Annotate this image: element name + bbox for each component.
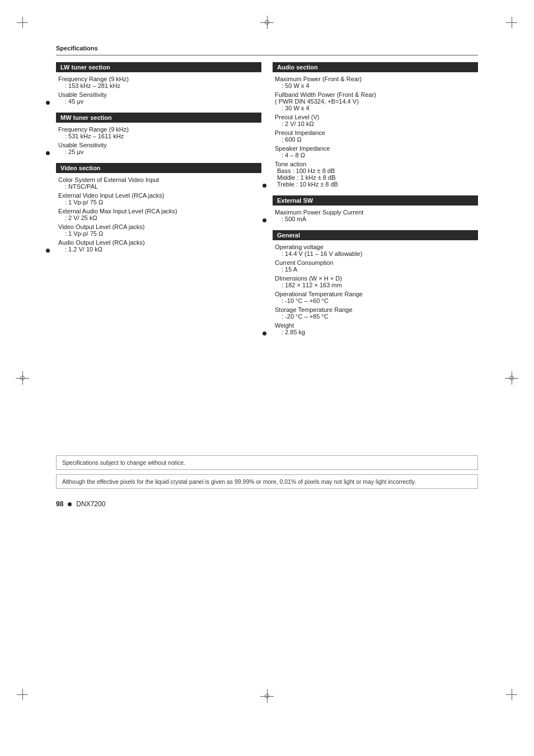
mw-usable-sensitivity: Usable Sensitivity : 25 μv	[58, 142, 259, 155]
lw-usable-sensitivity: Usable Sensitivity : 45 μv	[58, 91, 259, 105]
storage-temp-range: Storage Temperature Range : -20 °C – +85…	[275, 306, 476, 320]
footnote-2: Although the effective pixels for the li…	[56, 474, 478, 489]
audio-header: Audio section	[273, 62, 478, 72]
fullband-width-power: Fullband Width Power (Front & Rear) ( PW…	[275, 91, 476, 111]
model-name: DNX7200	[76, 500, 105, 508]
max-power: Maximum Power (Front & Rear) : 50 W x 4	[275, 76, 476, 89]
audio-bullet	[263, 184, 266, 188]
lw-tuner-section: LW tuner section Frequency Range (9 kHz)…	[56, 62, 261, 105]
general-bullet	[263, 332, 266, 335]
current-consumption: Current Consumption : 15 A	[275, 259, 476, 273]
weight: Weight : 2.85 kg	[275, 322, 476, 335]
lw-freq-range: Frequency Range (9 kHz) : 153 kHz – 281 …	[58, 76, 259, 89]
max-power-supply-current: Maximum Power Supply Current : 500 mA	[275, 209, 476, 222]
mw-tuner-header: MW tuner section	[56, 113, 261, 123]
speaker-impedance: Speaker Impedance : 4 – 8 Ω	[275, 145, 476, 158]
page-dot	[68, 502, 72, 506]
video-header: Video section	[56, 163, 261, 173]
audio-max-input-level: External Audio Max Input Level (RCA jack…	[58, 208, 259, 221]
mw-bullet	[46, 151, 50, 155]
page-footer: 98 DNX7200	[56, 500, 478, 508]
page-title: Specifications	[56, 45, 478, 55]
mw-tuner-section: MW tuner section Frequency Range (9 kHz)…	[56, 113, 261, 155]
video-color-system: Color System of External Video Input : N…	[58, 176, 259, 190]
lw-bullet	[46, 101, 50, 105]
external-sw-header: External SW	[273, 195, 478, 206]
operating-voltage: Operating voltage : 14.4 V (11 – 16 V al…	[275, 244, 476, 257]
external-sw-bullet	[263, 218, 266, 222]
footnote-1: Specifications subject to change without…	[56, 455, 478, 470]
video-input-level: External Video Input Level (RCA jacks) :…	[58, 192, 259, 206]
general-section: General Operating voltage : 14.4 V (11 –…	[273, 230, 478, 335]
audio-section: Audio section Maximum Power (Front & Rea…	[273, 62, 478, 188]
video-section: Video section Color System of External V…	[56, 163, 261, 253]
operational-temp-range: Operational Temperature Range : -10 °C –…	[275, 291, 476, 304]
dimensions: DImensions (W × H × D) : 182 × 112 × 163…	[275, 275, 476, 288]
general-header: General	[273, 230, 478, 240]
lw-tuner-header: LW tuner section	[56, 62, 261, 72]
preout-level: Preout Level (V) : 2 V/ 10 kΩ	[275, 114, 476, 127]
video-output-level: Video Output Level (RCA jacks) : 1 Vp-p/…	[58, 223, 259, 237]
page-number: 98	[56, 500, 63, 508]
video-bullet	[46, 249, 50, 253]
tone-action: Tone action Bass : 100 Hz ± 8 dB Middle …	[275, 161, 476, 188]
external-sw-section: External SW Maximum Power Supply Current…	[273, 195, 478, 222]
mw-freq-range: Frequency Range (9 kHz) : 531 kHz – 1611…	[58, 126, 259, 139]
preout-impedance: Preout Impedance : 600 Ω	[275, 129, 476, 143]
audio-output-level: Audio Output Level (RCA jacks) : 1.2 V/ …	[58, 239, 259, 253]
